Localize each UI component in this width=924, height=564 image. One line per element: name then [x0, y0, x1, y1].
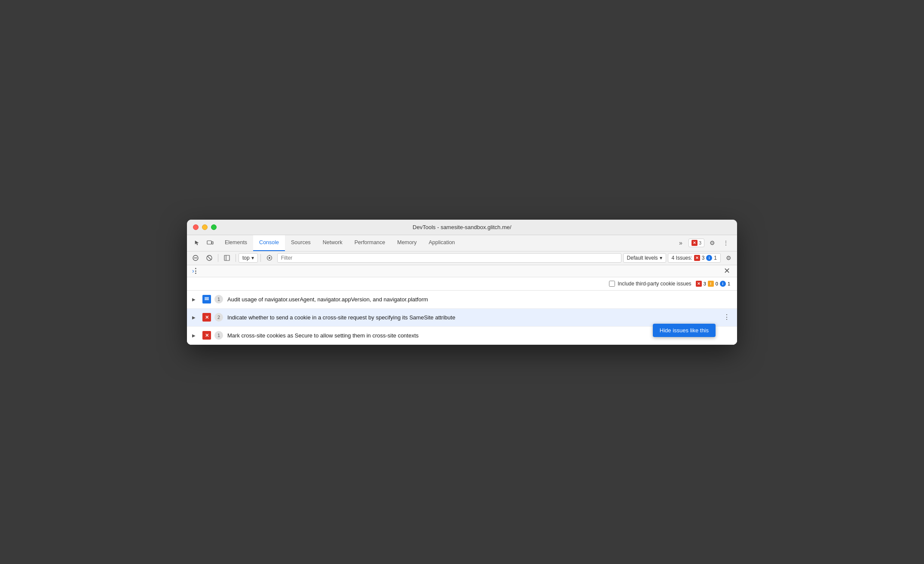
expand-sidebar-button[interactable] [221, 252, 233, 264]
top-panel-close[interactable]: ✕ [724, 267, 730, 275]
levels-label: Default levels [627, 255, 658, 261]
filter-input[interactable] [277, 253, 621, 263]
issue-count-3: 1 [214, 331, 223, 340]
separator-3 [260, 254, 261, 262]
live-expression-button[interactable] [263, 252, 275, 264]
context-selector[interactable]: top ▾ [239, 253, 258, 263]
svg-rect-6 [224, 255, 229, 261]
tab-bar-right: » ✕ 3 ⚙ ⋮ [671, 237, 735, 249]
device-toolbar-icon[interactable] [204, 237, 216, 249]
svg-rect-13 [205, 297, 209, 298]
issue-text-2: Indicate whether to send a cookie in a c… [227, 314, 722, 321]
tab-performance[interactable]: Performance [349, 235, 392, 251]
more-tabs-button[interactable]: » [675, 237, 687, 249]
top-panel-more[interactable]: ⋮ [192, 267, 199, 275]
close-button[interactable] [193, 224, 199, 230]
tab-application[interactable]: Application [422, 235, 461, 251]
issues-header-bar: Include third-party cookie issues ✕ 3 ! … [187, 277, 737, 291]
header-error-icon: ✕ [696, 281, 702, 287]
customize-button[interactable]: ⋮ [720, 237, 732, 249]
separator-1 [218, 254, 218, 262]
expand-arrow-1[interactable]: ▶ [192, 297, 199, 302]
issues-label: 4 Issues: [672, 255, 692, 261]
error-x-icon: ✕ [691, 240, 698, 246]
error-badge[interactable]: ✕ 3 [688, 239, 704, 247]
svg-rect-12 [205, 300, 209, 300]
header-info-icon: i [720, 281, 726, 287]
header-warn-icon: ! [708, 281, 714, 287]
separator-2 [236, 254, 236, 262]
issues-error-icon: ✕ [694, 255, 700, 261]
svg-rect-0 [207, 241, 211, 244]
header-error-count: 3 [704, 281, 706, 286]
issue-row-2[interactable]: ▶ ✕ 2 Indicate whether to send a cookie … [187, 309, 737, 327]
log-levels-button[interactable]: Default levels ▾ [623, 253, 666, 263]
context-chevron: ▾ [251, 255, 254, 261]
issue-count-2: 2 [214, 313, 223, 322]
issues-count-badges: ✕ 3 ! 0 i 1 [696, 281, 730, 287]
svg-rect-11 [205, 298, 209, 299]
devtools-window: DevTools - samesite-sandbox.glitch.me/ [187, 220, 737, 345]
tab-bar-icons [189, 237, 219, 249]
maximize-button[interactable] [211, 224, 217, 230]
cursor-icon[interactable] [191, 237, 203, 249]
header-warn-count: 0 [716, 281, 718, 286]
svg-line-5 [208, 256, 211, 260]
third-party-cookie-label: Include third-party cookie issues [618, 281, 691, 287]
settings-button[interactable]: ⚙ [706, 237, 718, 249]
tab-sources[interactable]: Sources [285, 235, 317, 251]
context-label: top [242, 255, 250, 261]
tabs-list: Elements Console Sources Network Perform… [219, 235, 671, 251]
console-toolbar: top ▾ Default levels ▾ 4 Issues: ✕ 3 [187, 251, 737, 265]
header-info-count: 1 [728, 281, 730, 286]
tab-console[interactable]: Console [253, 235, 285, 251]
issues-info-count: 1 [714, 255, 717, 261]
hide-issues-menu[interactable]: Hide issues like this [653, 324, 716, 337]
error-count: 3 [699, 240, 701, 245]
issue-more-button-2[interactable]: ⋮ [722, 312, 732, 322]
issue-count-1: 1 [214, 295, 223, 303]
expand-arrow-3[interactable]: ▶ [192, 333, 199, 338]
svg-rect-1 [212, 242, 213, 244]
stop-filter-button[interactable] [203, 252, 215, 264]
issues-info-icon: i [706, 255, 712, 261]
levels-chevron: ▾ [660, 255, 662, 261]
top-panel-bar: › ⋮ ✕ [187, 265, 737, 277]
issue-type-icon-3: ✕ [202, 331, 211, 340]
issues-panel: Include third-party cookie issues ✕ 3 ! … [187, 277, 737, 345]
issue-type-icon-1 [202, 295, 211, 303]
tab-bar: Elements Console Sources Network Perform… [187, 235, 737, 251]
issues-count-badge[interactable]: 4 Issues: ✕ 3 i 1 [668, 253, 721, 263]
issue-row-1[interactable]: ▶ 1 Audit usage of navigator.userAgent, … [187, 291, 737, 309]
devtools-body: Elements Console Sources Network Perform… [187, 235, 737, 345]
tab-elements[interactable]: Elements [219, 235, 253, 251]
issue-text-1: Audit usage of navigator.userAgent, navi… [227, 296, 732, 303]
titlebar: DevTools - samesite-sandbox.glitch.me/ [187, 220, 737, 235]
expand-arrow-2[interactable]: ▶ [192, 315, 199, 320]
console-settings-button[interactable]: ⚙ [722, 252, 734, 264]
issues-error-count: 3 [702, 255, 705, 261]
window-title: DevTools - samesite-sandbox.glitch.me/ [413, 224, 511, 230]
tab-memory[interactable]: Memory [391, 235, 422, 251]
third-party-cookie-checkbox-label[interactable]: Include third-party cookie issues [609, 281, 691, 287]
minimize-button[interactable] [202, 224, 208, 230]
tab-network[interactable]: Network [317, 235, 349, 251]
svg-point-9 [269, 257, 270, 259]
issue-type-icon-2: ✕ [202, 313, 211, 322]
third-party-cookie-checkbox[interactable] [609, 281, 615, 287]
clear-console-button[interactable] [190, 252, 202, 264]
traffic-lights [193, 224, 217, 230]
